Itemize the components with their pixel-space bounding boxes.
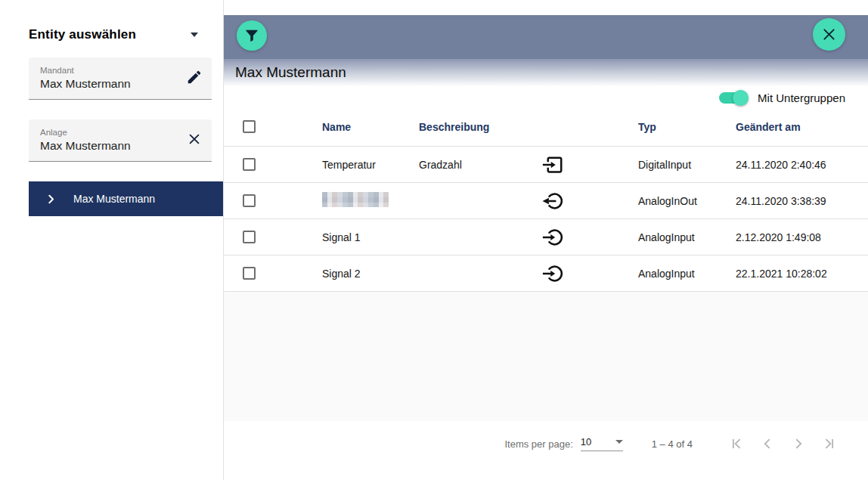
title-band: Max Mustermann	[224, 59, 868, 88]
analog-input-icon	[541, 226, 638, 249]
last-page-button[interactable]	[820, 435, 839, 453]
column-header-geaendert-am[interactable]: Geändert am	[736, 121, 868, 133]
column-header-name[interactable]: Name	[322, 121, 419, 133]
page-range-label: 1 – 4 of 4	[652, 438, 693, 450]
select-all-checkbox[interactable]	[243, 120, 256, 133]
edit-mandant-button[interactable]	[184, 69, 204, 88]
collapse-caret-icon[interactable]	[191, 33, 198, 37]
table-row[interactable]: AnalogInOut24.11.2020 3:38:39	[224, 183, 868, 219]
select-caret-icon	[615, 440, 623, 444]
anlage-label: Anlage	[40, 128, 181, 137]
toggle-row: Mit Untergruppen	[224, 88, 868, 107]
row-checkbox[interactable]	[243, 267, 256, 280]
items-per-page-label: Items per page:	[504, 438, 572, 450]
chevron-right-icon	[45, 194, 57, 205]
filter-button[interactable]	[237, 20, 267, 51]
table-empty-area	[224, 292, 868, 421]
cell-geaendert-am: 22.1.2021 10:28:02	[736, 268, 868, 280]
sidebar-title: Entity auswählen	[29, 27, 136, 42]
close-panel-button[interactable]	[813, 18, 845, 51]
cell-typ: AnalogInput	[638, 231, 736, 243]
paginator: Items per page: 10 1 – 4 of 4	[224, 421, 868, 480]
cell-name: Signal 1	[322, 231, 419, 243]
cell-geaendert-am: 24.11.2020 2:40:46	[736, 159, 868, 171]
cell-name: Temperatur	[322, 159, 419, 171]
filter-funnel-icon	[243, 27, 260, 44]
anlage-value: Max Mustermann	[40, 139, 181, 153]
column-header-beschreibung[interactable]: Beschreibung	[419, 121, 541, 133]
app-window: Entity auswählen Mandant Max Mustermann …	[0, 0, 868, 480]
clear-anlage-button[interactable]	[184, 131, 204, 150]
next-page-button[interactable]	[789, 435, 808, 453]
first-page-button[interactable]	[727, 435, 746, 453]
anlage-field[interactable]: Anlage Max Mustermann	[29, 119, 212, 162]
tree-item-label: Max Mustermann	[73, 193, 155, 205]
table-row[interactable]: TemperaturGradzahlDigitalInput24.11.2020…	[224, 147, 868, 183]
analog-in-out-icon	[541, 190, 638, 212]
cell-typ: AnalogInOut	[638, 195, 736, 207]
analog-input-icon	[541, 262, 638, 285]
pencil-icon	[186, 69, 203, 88]
panel-title: Max Mustermann	[235, 64, 868, 81]
previous-page-button[interactable]	[758, 435, 777, 453]
cell-geaendert-am: 2.12.2020 1:49:08	[736, 231, 868, 243]
table-row[interactable]: Signal 1AnalogInput2.12.2020 1:49:08	[224, 219, 868, 255]
mandant-field[interactable]: Mandant Max Mustermann	[29, 57, 212, 100]
untergruppen-toggle[interactable]	[719, 92, 747, 104]
sidebar-header: Entity auswählen	[29, 27, 212, 42]
table-header-row: Name Beschreibung Typ Geändert am	[224, 107, 868, 147]
toggle-thumb	[733, 90, 749, 106]
row-checkbox[interactable]	[243, 231, 256, 243]
items-per-page-value: 10	[581, 436, 591, 447]
cell-beschreibung: Gradzahl	[419, 159, 541, 171]
entity-table-panel: Max Mustermann Mit Untergruppen Name Bes…	[223, 0, 868, 480]
tree-item-max-mustermann[interactable]: Max Mustermann	[29, 181, 223, 216]
digital-input-icon	[541, 153, 638, 176]
cell-typ: DigitalInput	[638, 159, 736, 171]
cell-name: Signal 2	[322, 268, 419, 280]
censored-name	[322, 192, 389, 207]
column-header-typ[interactable]: Typ	[638, 121, 736, 133]
cell-geaendert-am: 24.11.2020 3:38:39	[736, 195, 868, 207]
cell-typ: AnalogInput	[638, 268, 736, 280]
row-checkbox[interactable]	[243, 158, 256, 171]
cell-name	[322, 192, 419, 209]
table-row[interactable]: Signal 2AnalogInput22.1.2021 10:28:02	[224, 255, 868, 292]
items-per-page-select[interactable]: 10	[581, 436, 623, 451]
mandant-label: Mandant	[40, 66, 181, 75]
mandant-value: Max Mustermann	[40, 77, 181, 91]
entity-sidebar: Entity auswählen Mandant Max Mustermann …	[0, 0, 223, 480]
close-icon	[821, 26, 837, 42]
toggle-label: Mit Untergruppen	[758, 91, 845, 104]
close-icon	[187, 132, 202, 149]
row-checkbox[interactable]	[243, 194, 256, 207]
panel-toolbar	[224, 15, 868, 59]
